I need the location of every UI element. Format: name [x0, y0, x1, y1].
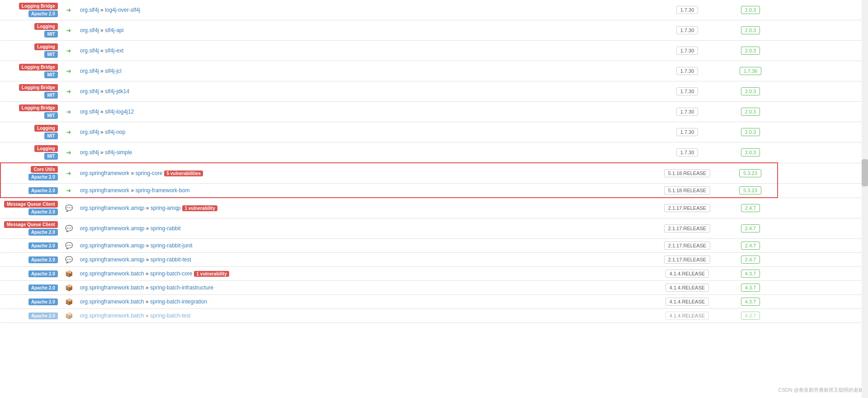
dependency-name-cell: org.springframework » spring-core5 vulne…	[76, 163, 651, 184]
badge-red: Logging Bridge	[19, 104, 58, 111]
latest-version-box[interactable]: 1.7.36	[740, 67, 762, 75]
dep-group[interactable]: org.slf4j	[80, 7, 99, 13]
dep-group[interactable]: org.springframework	[80, 170, 129, 176]
dep-artifact[interactable]: spring-rabbit	[151, 225, 181, 232]
dep-artifact[interactable]: slf4j-ext	[105, 47, 123, 54]
latest-version-box[interactable]: 4.3.7	[741, 284, 760, 292]
dep-separator: »	[99, 68, 105, 74]
icon-cell: 📦	[61, 295, 76, 309]
dep-group[interactable]: org.slf4j	[80, 129, 99, 135]
dep-group[interactable]: org.springframework.batch	[80, 313, 144, 319]
dep-group[interactable]: org.slf4j	[80, 149, 99, 156]
table-row: Logging BridgeMIT➜org.slf4j » slf4j-log4…	[0, 102, 868, 122]
dep-artifact[interactable]: spring-batch-infrastructure	[150, 284, 213, 291]
latest-version-box[interactable]: 4.3.7	[741, 312, 760, 320]
trailing-cell	[778, 122, 868, 142]
latest-version-box[interactable]: 2.4.7	[741, 204, 760, 212]
trailing-cell	[778, 41, 868, 61]
dep-artifact[interactable]: spring-batch-core	[150, 270, 192, 277]
chat-icon: 💬	[65, 242, 73, 249]
dep-group[interactable]: org.slf4j	[80, 109, 99, 115]
version-cell: 2.1.17.RELEASE	[651, 253, 723, 267]
dep-artifact[interactable]: slf4j-jdk14	[105, 88, 129, 95]
scrollbar-thumb[interactable]	[862, 159, 868, 186]
badge-cell: Logging BridgeMIT	[0, 81, 61, 102]
dep-group[interactable]: org.springframework.amqp	[80, 256, 145, 263]
latest-version-box[interactable]: 2.0.3	[741, 47, 760, 55]
badge-red: Core Utils	[31, 166, 57, 173]
badge-cell: Apache 2.0	[0, 267, 61, 281]
latest-version-box[interactable]: 5.3.23	[739, 169, 761, 177]
dep-artifact[interactable]: slf4j-jcl	[105, 68, 122, 74]
dep-artifact[interactable]: spring-amqp	[151, 205, 181, 211]
table-row: Apache 2.0📦org.springframework.batch » s…	[0, 267, 868, 281]
vuln-badge[interactable]: 1 vulnerability	[182, 205, 217, 211]
latest-version-cell: 4.3.7	[723, 295, 778, 309]
dep-group[interactable]: org.slf4j	[80, 27, 99, 33]
latest-version-box[interactable]: 2.4.7	[741, 224, 760, 232]
dep-group[interactable]: org.springframework.amqp	[80, 205, 145, 211]
dependency-name-cell: org.springframework » spring-framework-b…	[76, 184, 651, 198]
dep-group[interactable]: org.springframework.batch	[80, 298, 144, 305]
latest-version-box[interactable]: 4.3.7	[741, 270, 760, 278]
dep-artifact[interactable]: spring-rabbit-test	[151, 256, 191, 263]
dep-artifact[interactable]: slf4j-log4j12	[105, 109, 134, 115]
dep-artifact[interactable]: slf4j-nop	[105, 129, 125, 135]
badge-stack: Apache 2.0	[4, 270, 58, 277]
chat-icon: 💬	[65, 225, 73, 232]
dep-group[interactable]: org.springframework.batch	[80, 270, 144, 277]
latest-version-box[interactable]: 2.0.3	[741, 148, 760, 156]
dep-artifact[interactable]: log4j-over-slf4j	[105, 7, 140, 13]
dependency-name-cell: org.springframework.batch » spring-batch…	[76, 295, 651, 309]
dep-artifact[interactable]: spring-core	[135, 170, 162, 176]
latest-version-box[interactable]: 2.0.3	[741, 128, 760, 136]
badge-blue: Apache 2.0	[28, 313, 58, 319]
icon-cell: ➜	[61, 20, 76, 41]
latest-version-box[interactable]: 2.0.3	[741, 87, 760, 95]
dep-artifact[interactable]: slf4j-simple	[105, 149, 132, 156]
dependency-name-cell: org.slf4j » slf4j-simple	[76, 142, 651, 163]
latest-version-cell: 4.3.7	[723, 309, 778, 323]
icon-cell: 💬	[61, 198, 76, 218]
vuln-badge[interactable]: 1 vulnerability	[194, 271, 229, 277]
dep-artifact[interactable]: slf4j-api	[105, 27, 123, 33]
vuln-badge[interactable]: 5 vulnerabilities	[164, 171, 203, 176]
latest-version-box[interactable]: 2.0.3	[741, 6, 760, 14]
dep-group[interactable]: org.slf4j	[80, 88, 99, 95]
dep-separator: »	[99, 47, 105, 54]
badge-stack: LoggingMIT	[4, 125, 58, 139]
version-box: 1.7.30	[676, 148, 698, 156]
badge-stack: Message Queue ClientApache 2.0	[4, 201, 58, 215]
latest-version-cell: 2.4.7	[723, 198, 778, 218]
badge-blue: MIT	[44, 31, 57, 38]
latest-version-box[interactable]: 4.3.7	[741, 298, 760, 306]
latest-version-box[interactable]: 2.0.3	[741, 108, 760, 116]
dep-artifact[interactable]: spring-rabbit-junit	[151, 242, 193, 249]
badge-stack: Apache 2.0	[4, 284, 58, 291]
latest-version-box[interactable]: 2.0.3	[741, 26, 760, 34]
dep-artifact[interactable]: spring-framework-bom	[135, 187, 189, 194]
dep-group[interactable]: org.slf4j	[80, 47, 99, 54]
dep-group[interactable]: org.springframework.amqp	[80, 242, 145, 249]
trailing-cell	[778, 102, 868, 122]
dep-artifact[interactable]: spring-batch-integration	[150, 298, 207, 305]
version-box: 1.7.30	[676, 108, 698, 116]
latest-version-box[interactable]: 2.4.7	[741, 242, 760, 250]
latest-version-box[interactable]: 5.3.23	[739, 186, 761, 194]
trailing-cell	[778, 163, 868, 184]
dep-group[interactable]: org.springframework.amqp	[80, 225, 145, 232]
badge-blue: Apache 2.0	[28, 242, 58, 249]
version-box: 4.1.4.RELEASE	[665, 270, 709, 278]
scrollbar[interactable]	[862, 0, 868, 323]
badge-stack: Apache 2.0	[4, 242, 58, 249]
table-row: LoggingMIT➜org.slf4j » slf4j-ext1.7.302.…	[0, 41, 868, 61]
dep-artifact[interactable]: spring-batch-test	[150, 313, 190, 319]
latest-version-box[interactable]: 2.4.7	[741, 256, 760, 264]
dep-group[interactable]: org.springframework	[80, 187, 129, 194]
version-cell: 1.7.30	[651, 122, 723, 142]
version-cell: 4.1.4.RELEASE	[651, 309, 723, 323]
dep-separator: »	[99, 27, 105, 33]
dep-group[interactable]: org.slf4j	[80, 68, 99, 74]
dep-group[interactable]: org.springframework.batch	[80, 284, 144, 291]
badge-blue: MIT	[44, 71, 57, 78]
